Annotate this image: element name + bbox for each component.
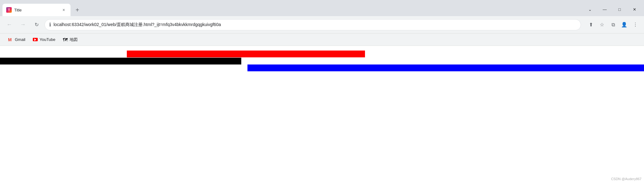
bookmark-youtube-label: YouTube [40, 37, 55, 42]
minimize-button[interactable]: — [598, 4, 612, 14]
youtube-icon [33, 38, 38, 41]
bookmarks-bar: M Gmail YouTube 🗺 地図 [0, 33, 644, 46]
restore-button[interactable]: □ [612, 4, 627, 14]
youtube-play-icon [34, 38, 36, 41]
black-bar [0, 58, 241, 64]
bookmark-youtube[interactable]: YouTube [30, 35, 58, 44]
profile-button[interactable]: 👤 [619, 20, 629, 30]
gmail-icon: M [8, 37, 13, 42]
address-bar-row: ← → ↻ ℹ localhost:63342/work02_01/web/蛋糕… [0, 16, 644, 33]
browser-window: T Title × + ⌄ — □ ✕ ← → ↻ ℹ localhost:63… [0, 0, 644, 182]
tab-strip: T Title × + [2, 0, 583, 16]
menu-button[interactable]: ⋮ [630, 20, 640, 30]
back-button[interactable]: ← [4, 19, 15, 30]
active-tab[interactable]: T Title × [2, 4, 71, 16]
tab-title: Title [14, 8, 58, 12]
tab-close-button[interactable]: × [61, 7, 67, 13]
bookmark-maps[interactable]: 🗺 地図 [60, 35, 81, 44]
attribution-text: CSDN @Audery867 [611, 177, 642, 181]
bookmark-gmail-label: Gmail [15, 37, 25, 42]
address-text: localhost:63342/work02_01/web/蛋糕商城注册.htm… [54, 22, 576, 28]
refresh-button[interactable]: ↻ [31, 19, 42, 30]
url-path: :63342/work02_01/web/蛋糕商城注册.html?_ijt=mf… [71, 22, 221, 27]
window-controls: ⌄ — □ ✕ [583, 4, 642, 14]
share-button[interactable]: ⬆ [586, 20, 596, 30]
new-tab-button[interactable]: + [72, 4, 83, 16]
bookmark-maps-label: 地図 [70, 37, 78, 42]
chevron-button[interactable]: ⌄ [583, 4, 597, 14]
url-host: localhost [54, 22, 71, 27]
address-bar[interactable]: ℹ localhost:63342/work02_01/web/蛋糕商城注册.h… [45, 19, 581, 30]
bookmark-gmail[interactable]: M Gmail [5, 35, 28, 44]
split-view-button[interactable]: ⧉ [608, 20, 618, 30]
bookmark-button[interactable]: ☆ [597, 20, 607, 30]
blue-bar [247, 64, 644, 71]
address-actions: ⬆ ☆ ⧉ 👤 ⋮ [586, 20, 640, 30]
tab-favicon: T [6, 7, 12, 13]
forward-button[interactable]: → [17, 19, 28, 30]
page-content: CSDN @Audery867 [0, 46, 644, 182]
red-bar [127, 51, 365, 57]
title-bar: T Title × + ⌄ — □ ✕ [0, 0, 644, 16]
close-button[interactable]: ✕ [627, 4, 642, 14]
info-icon: ℹ [49, 22, 51, 28]
maps-icon: 🗺 [63, 37, 68, 42]
